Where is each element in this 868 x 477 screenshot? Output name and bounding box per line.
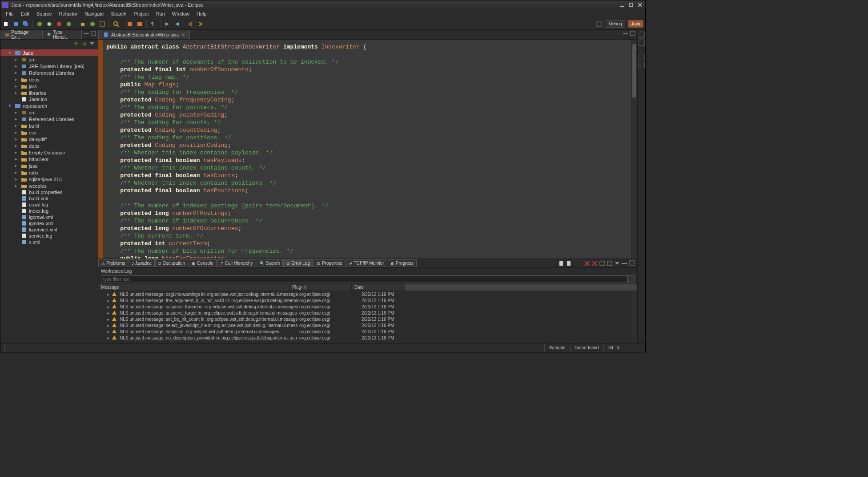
log-row[interactable]: ▸NLS unused message: the_argument_0_is_n… — [98, 297, 631, 303]
view-menu-icon[interactable] — [89, 40, 95, 47]
tree-item[interactable]: ▾reposearch — [0, 102, 98, 109]
export-log-icon[interactable] — [559, 260, 565, 267]
delete-log-icon[interactable] — [591, 260, 598, 267]
editor-tab[interactable]: AbstractBitStreamIndexWriter.java ✕ — [98, 30, 190, 39]
open-type-button[interactable] — [98, 20, 106, 28]
new-package-button[interactable] — [79, 20, 87, 28]
tree-item[interactable]: build.xml — [0, 195, 98, 202]
tree-item[interactable]: x.xml — [0, 239, 98, 245]
maximize-view-icon[interactable] — [91, 31, 97, 37]
search-button[interactable] — [112, 20, 120, 28]
menu-project[interactable]: Project — [130, 10, 152, 17]
log-scrollbar[interactable] — [631, 291, 637, 343]
collapse-all-icon[interactable] — [73, 40, 79, 47]
menu-refactor[interactable]: Refactor — [56, 10, 81, 17]
tree-item[interactable]: ▸httpclient — [0, 156, 98, 162]
tree-item[interactable]: service.log — [0, 233, 98, 239]
maximize-button[interactable] — [627, 2, 635, 8]
col-date[interactable]: Date — [352, 284, 405, 291]
toggle-block-button[interactable] — [136, 20, 144, 28]
menu-navigate[interactable]: Navigate — [81, 10, 107, 17]
show-whitespace-button[interactable]: ¶ — [149, 20, 157, 28]
trim-button-1[interactable] — [639, 54, 645, 60]
bottom-tab-javadoc[interactable]: JJavadoc — [129, 259, 155, 267]
external-tools-button[interactable] — [65, 20, 73, 28]
code-editor[interactable]: public abstract class AbstractBitStreamI… — [98, 40, 637, 259]
bottom-maximize-icon[interactable] — [629, 260, 635, 267]
bottom-tab-callhierarchy[interactable]: ↱Call Hierarchy — [217, 259, 256, 267]
tree-item[interactable]: ▸Referenced Libraries — [0, 116, 98, 122]
new-class-button[interactable] — [88, 20, 96, 28]
tree-item[interactable]: ▸daisydiff — [0, 136, 98, 142]
log-row[interactable]: ▸NLS unused message: suspend_thread in: … — [98, 303, 631, 310]
tree-item[interactable]: crawl.log — [0, 202, 98, 208]
run-last-button[interactable] — [55, 20, 63, 28]
bottom-tab-search[interactable]: 🔍Search — [257, 259, 283, 267]
menu-run[interactable]: Run — [153, 10, 169, 17]
prev-annotation-button[interactable] — [173, 20, 181, 28]
menu-search[interactable]: Search — [108, 10, 130, 17]
tree-item[interactable]: ▸JRE System Library [jre6] — [0, 63, 98, 69]
package-explorer-tree[interactable]: ▾Jade▸src▸JRE System Library [jre6]▸Refe… — [0, 49, 98, 343]
col-message[interactable]: Message — [98, 284, 289, 291]
next-annotation-button[interactable] — [163, 20, 171, 28]
bottom-tab-console[interactable]: ▣Console — [189, 259, 217, 267]
toggle-mark-button[interactable] — [126, 20, 134, 28]
save-button[interactable] — [12, 20, 20, 28]
tree-item[interactable]: ▸jars — [0, 83, 98, 89]
editor-minimize-icon[interactable] — [623, 31, 629, 37]
editor-scrollbar[interactable] — [631, 40, 637, 259]
menu-file[interactable]: File — [2, 10, 17, 17]
tree-item[interactable]: ▸deps — [0, 76, 98, 83]
tree-item[interactable]: ▸css — [0, 129, 98, 136]
log-row[interactable]: ▸NLS unused message: scripts in: org.ecl… — [98, 328, 631, 335]
open-log-icon[interactable] — [599, 260, 605, 267]
tree-item[interactable]: ▸deps — [0, 142, 98, 149]
tree-item[interactable]: build.properties — [0, 189, 98, 195]
tree-item[interactable]: lgindex.xml — [0, 220, 98, 226]
menu-source[interactable]: Source — [33, 10, 56, 17]
type-hierarchy-tab[interactable]: Type Hierar... — [42, 30, 82, 39]
package-explorer-tab[interactable]: Package Ex... — [0, 30, 41, 39]
java-perspective[interactable]: Java — [628, 20, 643, 28]
tree-item[interactable]: ▸src — [0, 56, 98, 63]
import-log-icon[interactable] — [566, 260, 572, 267]
tree-item[interactable]: lgcrawl.xml — [0, 214, 98, 220]
tree-item[interactable]: ▸libraries — [0, 89, 98, 96]
col-plugin[interactable]: Plug-in — [289, 284, 352, 291]
new-button[interactable] — [2, 20, 10, 28]
tree-item[interactable]: ▸wcopies — [0, 182, 98, 189]
bottom-tab-properties[interactable]: ▤Properties — [313, 259, 346, 267]
clear-filter-button[interactable] — [627, 275, 635, 283]
tree-item[interactable]: ▸jsse — [0, 162, 98, 169]
trim-button-2[interactable] — [639, 62, 645, 68]
task-list-button[interactable] — [639, 40, 645, 46]
log-row[interactable]: ▸NLS unused message: select_javascript_f… — [98, 322, 631, 328]
forward-button[interactable] — [197, 20, 205, 28]
debug-perspective[interactable]: Debug — [606, 20, 625, 28]
status-icon[interactable] — [4, 345, 10, 351]
scrollbar-thumb[interactable] — [632, 44, 636, 97]
editor-gutter[interactable] — [98, 40, 103, 259]
log-row[interactable]: ▸NLS unused message: suspend_target in: … — [98, 310, 631, 316]
bottom-tab-progress[interactable]: ◐Progress — [388, 259, 417, 267]
menu-window[interactable]: Window — [169, 10, 193, 17]
log-row[interactable]: ▸NLS unused message: no_description_prov… — [98, 335, 631, 341]
editor-maximize-icon[interactable] — [630, 31, 636, 37]
tree-item[interactable]: ▸build — [0, 122, 98, 129]
link-editor-icon[interactable] — [81, 40, 87, 47]
tree-item[interactable]: ▸sqlite4java-213 — [0, 176, 98, 182]
bottom-tab-declaration[interactable]: DDeclaration — [155, 259, 188, 267]
tree-item[interactable]: lgservice.xml — [0, 226, 98, 233]
bottom-tab-tcpipmonitor[interactable]: ⇄TCP/IP Monitor — [346, 259, 387, 267]
outline-view-button[interactable] — [639, 32, 645, 38]
tree-item[interactable]: ▾Jade — [0, 49, 98, 56]
tree-item[interactable]: ▸src — [0, 109, 98, 116]
restore-log-icon[interactable] — [607, 260, 613, 267]
open-perspective-button[interactable] — [595, 20, 603, 28]
minimize-button[interactable] — [619, 2, 626, 8]
save-all-button[interactable] — [22, 20, 30, 28]
bottom-tab-problems[interactable]: ⚠Problems — [98, 259, 128, 267]
run-button[interactable] — [45, 20, 53, 28]
menu-edit[interactable]: Edit — [17, 10, 33, 17]
